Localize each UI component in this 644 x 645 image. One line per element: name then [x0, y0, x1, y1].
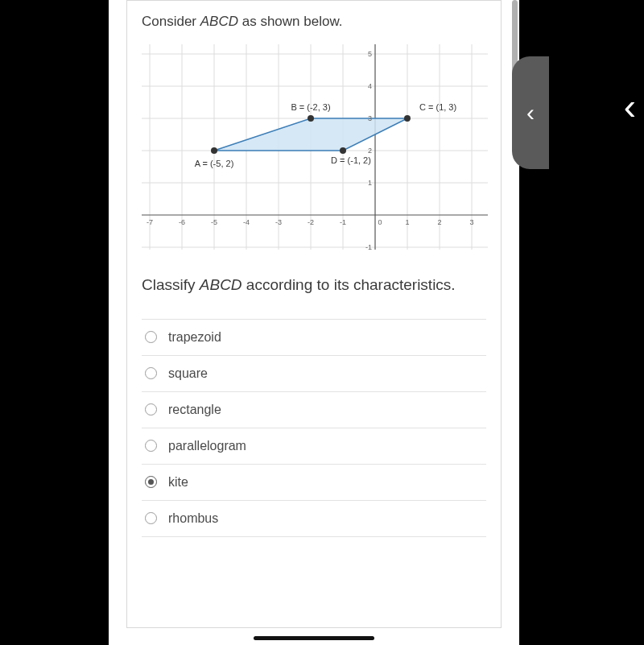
option-label: kite	[168, 475, 188, 490]
option-rectangle[interactable]: rectangle	[142, 391, 486, 428]
label-C: C = (1, 3)	[419, 102, 456, 112]
option-label: trapezoid	[168, 330, 221, 345]
classify-prefix: Classify	[142, 276, 200, 293]
option-label: rectangle	[168, 403, 221, 417]
svg-text:2: 2	[437, 218, 441, 226]
svg-text:1: 1	[368, 179, 372, 187]
svg-text:-7: -7	[147, 218, 153, 226]
option-label: rhombus	[168, 511, 218, 526]
option-label: parallelogram	[168, 439, 246, 453]
intro-prefix: Consider	[142, 14, 200, 29]
chevron-left-icon: ‹	[526, 99, 535, 126]
classify-shape: ABCD	[200, 276, 242, 293]
intro-text: Consider ABCD as shown below.	[142, 1, 486, 44]
option-square[interactable]: square	[142, 355, 486, 391]
option-label: square	[168, 366, 208, 381]
radio-icon	[145, 512, 157, 524]
svg-text:3: 3	[368, 114, 372, 122]
label-D: D = (-1, 2)	[331, 155, 371, 165]
svg-text:-1: -1	[365, 243, 372, 250]
svg-text:0: 0	[378, 218, 382, 226]
svg-text:1: 1	[405, 218, 409, 226]
classify-suffix: according to its characteristics.	[242, 276, 456, 293]
option-trapezoid[interactable]: trapezoid	[142, 319, 486, 355]
radio-icon	[145, 440, 157, 452]
svg-text:-1: -1	[340, 218, 346, 226]
coordinate-graph: A = (-5, 2) B = (-2, 3) C = (1, 3) D = (…	[142, 44, 488, 250]
home-indicator[interactable]	[254, 636, 374, 640]
radio-icon	[145, 403, 157, 416]
intro-shape: ABCD	[200, 14, 238, 29]
question-card: Consider ABCD as shown below.	[126, 0, 502, 628]
options-list: trapezoid square rectangle parallelogram…	[142, 319, 486, 537]
label-B: B = (-2, 3)	[291, 102, 330, 112]
svg-marker-18	[214, 118, 407, 151]
left-letterbox	[0, 0, 109, 645]
radio-icon	[145, 476, 157, 488]
content-column: Consider ABCD as shown below.	[109, 0, 519, 645]
option-parallelogram[interactable]: parallelogram	[142, 428, 486, 464]
option-kite[interactable]: kite	[142, 464, 486, 500]
svg-text:2: 2	[368, 147, 372, 155]
svg-text:-2: -2	[308, 218, 314, 226]
radio-icon	[145, 367, 157, 379]
label-A: A = (-5, 2)	[195, 159, 234, 168]
svg-text:-5: -5	[211, 218, 217, 226]
svg-point-22	[340, 147, 346, 154]
svg-text:-6: -6	[179, 218, 185, 226]
svg-text:-4: -4	[243, 218, 250, 226]
svg-text:3: 3	[469, 218, 473, 226]
svg-text:4: 4	[368, 82, 372, 90]
svg-text:-3: -3	[275, 218, 282, 226]
intro-suffix: as shown below.	[238, 14, 342, 29]
svg-text:5: 5	[368, 50, 372, 58]
chevron-left-icon[interactable]: ‹	[624, 85, 636, 128]
side-tab-button[interactable]: ‹	[512, 56, 549, 169]
radio-icon	[145, 331, 157, 343]
option-rhombus[interactable]: rhombus	[142, 500, 486, 537]
graph-svg: A = (-5, 2) B = (-2, 3) C = (1, 3) D = (…	[142, 44, 488, 250]
svg-point-20	[308, 115, 314, 122]
svg-point-19	[211, 147, 217, 154]
svg-point-21	[404, 115, 411, 122]
right-letterbox: ‹ ‹	[519, 0, 644, 645]
classify-prompt: Classify ABCD according to its character…	[142, 250, 486, 319]
